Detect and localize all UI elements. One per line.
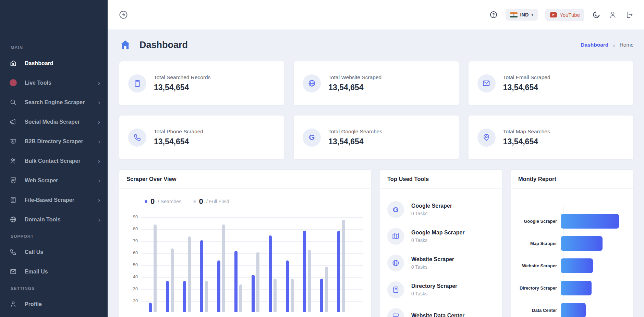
chart-gridline — [141, 265, 363, 266]
stat-card: Total Email Scraped13,54,654 — [468, 61, 634, 106]
phone-icon — [9, 248, 17, 256]
legend-dot-icon — [145, 200, 147, 203]
sidebar-item-label: File-Based Scraper — [25, 197, 98, 203]
sidebar-item-profile[interactable]: Profile — [0, 294, 108, 314]
logout-icon[interactable] — [625, 10, 634, 19]
help-icon[interactable] — [489, 10, 498, 19]
breadcrumb-dashboard-link[interactable]: Dashboard — [581, 42, 608, 48]
stat-value: 13,54,654 — [154, 137, 203, 146]
chart-gridline — [141, 217, 363, 218]
panel-title: Top Used Tools — [387, 176, 429, 182]
monthly-chart-row: Google Scraper — [512, 210, 626, 232]
home-icon — [9, 60, 17, 67]
panel-header: Scraper Over View — [119, 170, 371, 189]
sidebar-item-call-us[interactable]: Call Us — [0, 242, 108, 262]
page-header: Dashboard Dashboard » Home — [119, 39, 634, 51]
bar-track — [560, 214, 626, 229]
tool-item-google-map-scraper[interactable]: Google Map Scraper0 Tasks — [387, 228, 495, 245]
chart-bar — [239, 284, 242, 312]
chart-bar — [561, 214, 619, 229]
panel-title: Scraper Over View — [126, 176, 177, 182]
sidebar-group-label: SETTINGS — [0, 281, 108, 294]
main-content: Dashboard Dashboard » Home Total Searche… — [108, 29, 644, 317]
sidebar-item-search-engine-scraper[interactable]: Search Engine Scraper› — [0, 93, 108, 112]
house-icon — [119, 39, 132, 51]
sidebar-item-label: Dashboard — [25, 60, 100, 66]
tool-item-google-scraper[interactable]: GGoogle Scraper0 Tasks — [387, 201, 495, 218]
chart-bar — [166, 281, 169, 313]
globe-icon — [303, 74, 321, 93]
dark-mode-icon[interactable] — [592, 10, 601, 19]
breadcrumb-current: Home — [620, 42, 634, 48]
chart-gridline — [141, 253, 363, 254]
tool-item-website-data-center[interactable]: Website Data Center — [387, 308, 495, 317]
chart-bar — [183, 281, 186, 313]
scraper-overview-panel: Scraper Over View 0/ Searches0/ Full Fie… — [119, 169, 372, 317]
map-pin-icon — [477, 129, 496, 147]
g-letter-icon: G — [303, 129, 321, 147]
stat-value: 13,54,654 — [328, 83, 381, 92]
chart-bar — [286, 260, 289, 312]
stat-label: Total Email Scraped — [503, 74, 550, 81]
sidebar-item-label: B2B Directory Scraper — [25, 138, 98, 145]
sidebar-item-b2b-directory-scraper[interactable]: B2B Directory Scraper› — [0, 132, 108, 151]
chart-bar — [200, 240, 203, 313]
breadcrumb-separator-icon: » — [612, 42, 615, 48]
sidebar-item-file-based-scraper[interactable]: File-Based Scraper› — [0, 190, 108, 210]
chart-bar — [561, 281, 592, 295]
monthly-chart-row: Map Scraper — [512, 232, 626, 255]
chart-bar — [303, 231, 306, 313]
sidebar-item-social-media-scraper[interactable]: Social Media Scraper› — [0, 112, 108, 132]
sidebar-item-bulk-contact-scraper[interactable]: Bulk Contact Scraper› — [0, 151, 108, 171]
tool-task-count: 0 Tasks — [411, 211, 452, 216]
chevron-right-icon: › — [98, 138, 100, 145]
tool-item-directory-scraper[interactable]: Directory Scraper0 Tasks — [387, 281, 495, 298]
stat-card: GTotal Google Searches13,54,654 — [293, 115, 459, 160]
topbar-actions: IND ▾ YouTube — [489, 9, 634, 21]
stat-label: Total Website Scraped — [328, 74, 381, 81]
stat-value: 13,54,654 — [503, 83, 550, 92]
monthly-report-panel: Montly Report Google ScraperMap ScraperW… — [511, 169, 634, 317]
y-axis-tick: 30 — [127, 286, 138, 291]
language-code: IND — [520, 12, 529, 17]
tool-item-website-scraper[interactable]: Website Scraper0 Tasks — [387, 255, 495, 271]
stat-card: Total Phone Scraped13,54,654 — [119, 115, 284, 160]
content-column: IND ▾ YouTube Dashboard Dashboa — [108, 0, 644, 317]
youtube-button[interactable]: YouTube — [545, 9, 584, 21]
chart-bar — [561, 258, 593, 273]
page-title: Dashboard — [139, 40, 188, 50]
tool-name: Google Scraper — [411, 203, 452, 209]
overview-bar-chart: 9080706050403020 — [127, 209, 363, 312]
chevron-right-icon: › — [98, 217, 100, 223]
chart-bar — [234, 251, 238, 312]
chart-gridline — [141, 241, 363, 242]
phone-icon — [128, 129, 146, 147]
monthly-chart-row: Data Center — [512, 299, 626, 317]
sidebar-item-domain-tools[interactable]: Domain Tools› — [0, 210, 108, 229]
user-icon[interactable] — [608, 10, 617, 19]
user-icon — [9, 301, 17, 308]
sidebar-item-live-tools[interactable]: Live Tools› — [0, 73, 108, 93]
chart-bar — [337, 231, 340, 313]
monthly-chart-row: Website Scraper — [512, 255, 626, 277]
stat-value: 13,54,654 — [503, 137, 550, 146]
monthly-chart-row: Directory Scraper — [512, 277, 626, 299]
sidebar-toggle-button[interactable] — [119, 10, 128, 20]
panel-header: Top Used Tools — [380, 170, 502, 189]
category-label: Google Scraper — [512, 219, 560, 224]
sidebar-item-web-scraper[interactable]: Web Scraper› — [0, 171, 108, 190]
map-icon — [387, 228, 404, 245]
tool-name: Directory Scraper — [411, 283, 457, 289]
sidebar-item-email-us[interactable]: Email Us — [0, 262, 108, 281]
topbar: IND ▾ YouTube — [108, 0, 644, 29]
chevron-right-icon: › — [98, 178, 100, 184]
tool-name: Website Scraper — [411, 256, 454, 263]
search-icon — [9, 99, 17, 106]
sidebar-item-dashboard[interactable]: Dashboard — [0, 53, 108, 73]
category-label: Website Scraper — [512, 263, 560, 268]
language-selector[interactable]: IND ▾ — [506, 9, 538, 21]
chart-bar — [561, 303, 586, 317]
legend-item[interactable]: 0/ Searches — [145, 197, 182, 206]
legend-item[interactable]: 0/ Full Field — [193, 197, 229, 206]
legend-label: / Full Field — [206, 199, 229, 204]
